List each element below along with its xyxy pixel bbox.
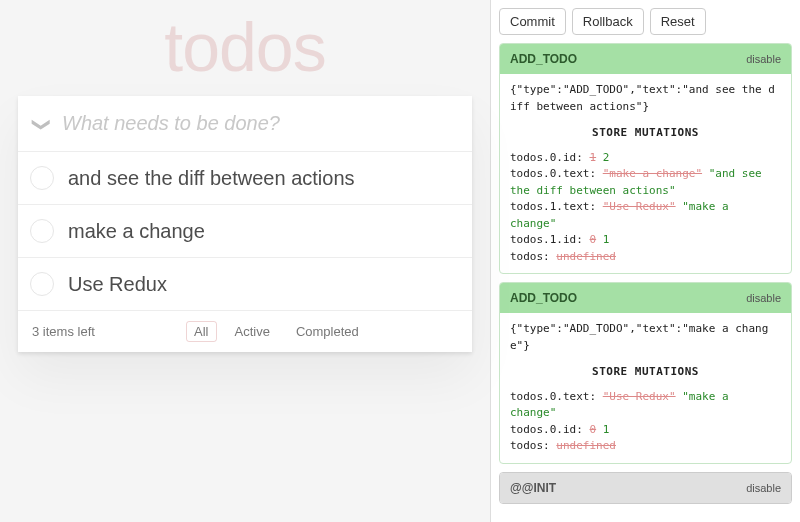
todo-text: make a change [68,220,205,243]
items-left: 3 items left [32,324,95,339]
action-body: {"type":"ADD_TODO","text":"and see the d… [500,74,791,273]
new-todo-row: ❯ [18,96,472,152]
todo-checkbox[interactable] [30,272,54,296]
store-mutations-header: STORE MUTATIONS [510,125,781,142]
reset-button[interactable]: Reset [650,8,706,35]
action-name: ADD_TODO [510,291,577,305]
action-header[interactable]: ADD_TODOdisable [500,283,791,313]
mutation-row: todos.0.text: "Use Redux" "make a change… [510,389,781,422]
app-title: todos [0,8,490,86]
action-entry[interactable]: @@INITdisable [499,472,792,504]
todo-item: Use Redux [18,258,472,311]
todo-item: make a change [18,205,472,258]
action-header[interactable]: ADD_TODOdisable [500,44,791,74]
store-mutations-header: STORE MUTATIONS [510,364,781,381]
todo-text: Use Redux [68,273,167,296]
todo-checkbox[interactable] [30,166,54,190]
todo-text: and see the diff between actions [68,167,355,190]
filter-completed[interactable]: Completed [288,321,367,342]
new-todo-input[interactable] [54,108,460,139]
mutation-row: todos.0.text: "make a change" "and see t… [510,166,781,199]
action-header[interactable]: @@INITdisable [500,473,791,503]
devtools-panel: Commit Rollback Reset ADD_TODOdisable{"t… [490,0,800,522]
action-body: {"type":"ADD_TODO","text":"make a change… [500,313,791,463]
action-entry[interactable]: ADD_TODOdisable{"type":"ADD_TODO","text"… [499,282,792,464]
toggle-all-icon[interactable]: ❯ [31,112,53,136]
filter-group: All Active Completed [95,321,458,342]
mutation-row: todos.0.id: 0 1 [510,422,781,439]
action-payload: {"type":"ADD_TODO","text":"make a change… [510,321,781,354]
mutation-row: todos.0.id: 1 2 [510,150,781,167]
action-name: @@INIT [510,481,556,495]
action-payload: {"type":"ADD_TODO","text":"and see the d… [510,82,781,115]
disable-link[interactable]: disable [746,292,781,304]
action-name: ADD_TODO [510,52,577,66]
todo-item: and see the diff between actions [18,152,472,205]
filter-active[interactable]: Active [227,321,278,342]
mutation-row: todos: undefined [510,249,781,266]
mutation-row: todos.1.id: 0 1 [510,232,781,249]
todo-checkbox[interactable] [30,219,54,243]
mutation-row: todos: undefined [510,438,781,455]
todo-card: ❯ and see the diff between actions make … [18,96,472,352]
disable-link[interactable]: disable [746,482,781,494]
filter-all[interactable]: All [186,321,216,342]
rollback-button[interactable]: Rollback [572,8,644,35]
disable-link[interactable]: disable [746,53,781,65]
action-log[interactable]: ADD_TODOdisable{"type":"ADD_TODO","text"… [491,43,800,520]
commit-button[interactable]: Commit [499,8,566,35]
mutation-row: todos.1.text: "Use Redux" "make a change… [510,199,781,232]
devtools-toolbar: Commit Rollback Reset [491,0,800,43]
todo-app: todos ❯ and see the diff between actions… [0,0,490,522]
todo-footer: 3 items left All Active Completed [18,311,472,352]
action-entry[interactable]: ADD_TODOdisable{"type":"ADD_TODO","text"… [499,43,792,274]
